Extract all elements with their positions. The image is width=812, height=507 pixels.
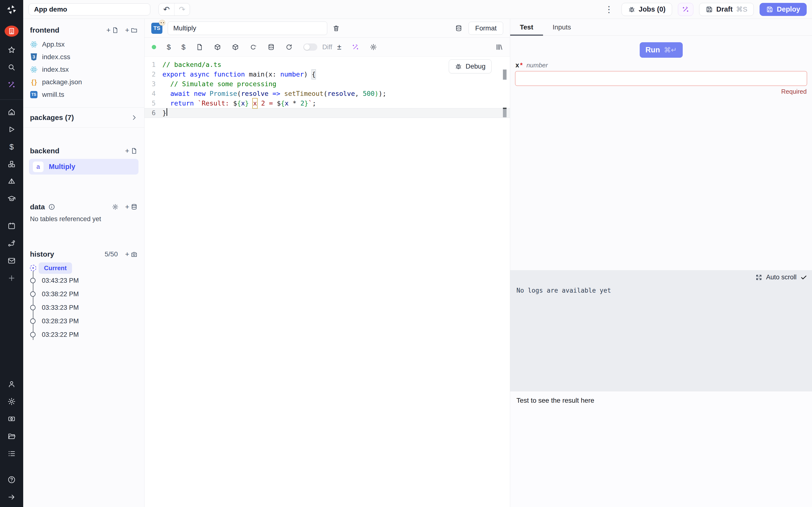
audit-list-icon[interactable] — [7, 450, 16, 458]
ai-wand-icon[interactable] — [7, 80, 16, 89]
line-number: 3 — [145, 79, 156, 89]
windmill-app: $ ↶ ↷ ⋮ Jobs (0) — [0, 0, 812, 507]
draft-shortcut: ⌘S — [736, 5, 748, 13]
add-folder-button[interactable]: + — [125, 26, 138, 34]
mail-icon[interactable] — [7, 257, 16, 265]
backend-script-multiply[interactable]: a Multiply — [29, 159, 139, 175]
refresh-icon[interactable] — [286, 44, 293, 51]
history-entry[interactable]: 03:38:22 PM — [30, 287, 144, 301]
autoscroll-check-icon[interactable] — [800, 274, 807, 281]
variables-dollar-icon[interactable]: $ — [9, 143, 14, 151]
script-name-input[interactable] — [168, 21, 327, 35]
add-table-button[interactable]: + — [125, 203, 138, 211]
resources-icon[interactable]: $ — [182, 43, 186, 51]
resources-cubes-icon[interactable] — [7, 160, 16, 168]
status-dot-icon — [152, 45, 156, 49]
required-error: Required — [510, 88, 807, 95]
code-line[interactable]: 5 return `Result: ${x} x 2 = ${x * 2}`; — [145, 99, 510, 108]
workspace-badge-icon[interactable] — [5, 25, 18, 37]
run-button[interactable]: Run ⌘↵ — [640, 42, 683, 58]
ai-wand-icon[interactable] — [352, 44, 359, 51]
add-backend-script-button[interactable]: + — [125, 147, 138, 155]
add-plus-icon[interactable] — [7, 274, 16, 282]
file-row-index-tsx[interactable]: index.tsx — [23, 63, 144, 76]
history-section-header: history 5/50 + — [23, 250, 144, 258]
code-editor[interactable]: 1// backend/a.ts2export async function m… — [145, 56, 510, 507]
folders-icon[interactable] — [7, 432, 16, 440]
jobs-button[interactable]: Jobs (0) — [621, 3, 672, 16]
code-token — [162, 79, 170, 89]
delete-script-button[interactable] — [333, 24, 340, 32]
history-entry[interactable]: 03:43:23 PM — [30, 274, 144, 287]
test-form: Run ⌘↵ x* number Required — [510, 36, 812, 270]
code-token: ) — [304, 69, 312, 79]
code-token: => — [272, 89, 280, 99]
css3-icon: 3 — [30, 53, 38, 61]
tab-test[interactable]: Test — [510, 19, 543, 36]
file-row-app-tsx[interactable]: App.tsx — [23, 38, 144, 51]
more-menu-icon[interactable]: ⋮ — [605, 4, 613, 14]
triggers-pyramid-icon[interactable] — [7, 177, 16, 186]
draft-button[interactable]: Draft ⌘S — [699, 3, 754, 16]
database-icon[interactable] — [267, 44, 275, 51]
home-icon[interactable] — [7, 108, 16, 116]
expand-rail-arrow-icon[interactable] — [7, 493, 16, 501]
tab-inputs[interactable]: Inputs — [543, 19, 581, 36]
history-entry[interactable]: 03:28:23 PM — [30, 314, 144, 328]
help-icon[interactable] — [7, 475, 16, 484]
runner-tabs: Test Inputs — [510, 19, 812, 36]
add-file-button[interactable]: + — [106, 26, 119, 34]
code-line[interactable]: 3 // Simulate some processing — [145, 79, 510, 89]
code-line[interactable]: 6} — [145, 108, 510, 118]
logs-panel: Auto scroll No logs are available yet — [510, 270, 812, 391]
schedules-calendar-icon[interactable] — [7, 222, 16, 230]
variables-icon[interactable]: $ — [167, 43, 171, 51]
redo-button[interactable]: ↷ — [174, 3, 190, 15]
reload-c-icon[interactable] — [250, 44, 257, 51]
flows-route-icon[interactable] — [7, 239, 16, 247]
runs-play-icon[interactable] — [7, 125, 16, 133]
data-settings-gear-icon[interactable] — [112, 204, 119, 210]
package-icon[interactable] — [214, 44, 221, 51]
packages-row[interactable]: packages (7) — [23, 107, 144, 128]
file-row-index-css[interactable]: 3 index.css — [23, 51, 144, 63]
ai-assistant-button[interactable] — [678, 3, 693, 16]
save-icon — [706, 6, 713, 13]
result-panel: Test to see the result here — [510, 391, 812, 507]
settings-gear-icon[interactable] — [7, 397, 16, 406]
favorites-star-icon[interactable] — [7, 46, 16, 54]
expand-logs-icon[interactable] — [755, 274, 762, 281]
app-name-input[interactable] — [29, 3, 150, 15]
search-icon[interactable] — [7, 63, 16, 71]
current-version-icon — [30, 265, 36, 271]
plus-minus-icon[interactable]: ± — [337, 43, 342, 51]
file-name: package.json — [42, 78, 82, 86]
file-row-wmill-ts[interactable]: TS wmill.ts — [23, 89, 144, 101]
history-entry[interactable]: 03:23:22 PM — [30, 328, 144, 341]
add-snapshot-button[interactable]: + — [125, 250, 138, 258]
windmill-logo-icon[interactable] — [5, 3, 18, 16]
schema-database-icon[interactable] — [455, 24, 462, 32]
code-line[interactable]: 4 await new Promise(resolve => setTimeou… — [145, 89, 510, 99]
editor-settings-gear-icon[interactable] — [370, 44, 377, 51]
diff-toggle[interactable] — [303, 44, 317, 51]
x-number-input[interactable] — [515, 71, 807, 86]
editor-scrollbar-thumb[interactable] — [503, 69, 507, 80]
package-icon[interactable] — [232, 44, 239, 51]
code-token — [268, 89, 272, 99]
file-icon[interactable] — [196, 44, 203, 51]
library-icon[interactable] — [495, 44, 503, 51]
line-number: 2 — [145, 69, 156, 79]
deploy-button[interactable]: Deploy — [760, 3, 807, 16]
user-icon[interactable] — [7, 380, 16, 388]
folder-icon — [131, 27, 138, 34]
file-row-package-json[interactable]: { } package.json — [23, 76, 144, 89]
format-button[interactable]: Format — [469, 22, 503, 35]
learn-cap-icon[interactable] — [7, 195, 16, 203]
data-section-header: data + — [23, 203, 144, 211]
undo-button[interactable]: ↶ — [159, 3, 174, 15]
workers-icon[interactable] — [7, 415, 16, 423]
history-current[interactable]: Current — [39, 263, 72, 274]
history-entry[interactable]: 03:33:23 PM — [30, 301, 144, 314]
debug-button[interactable]: Debug — [449, 59, 492, 73]
